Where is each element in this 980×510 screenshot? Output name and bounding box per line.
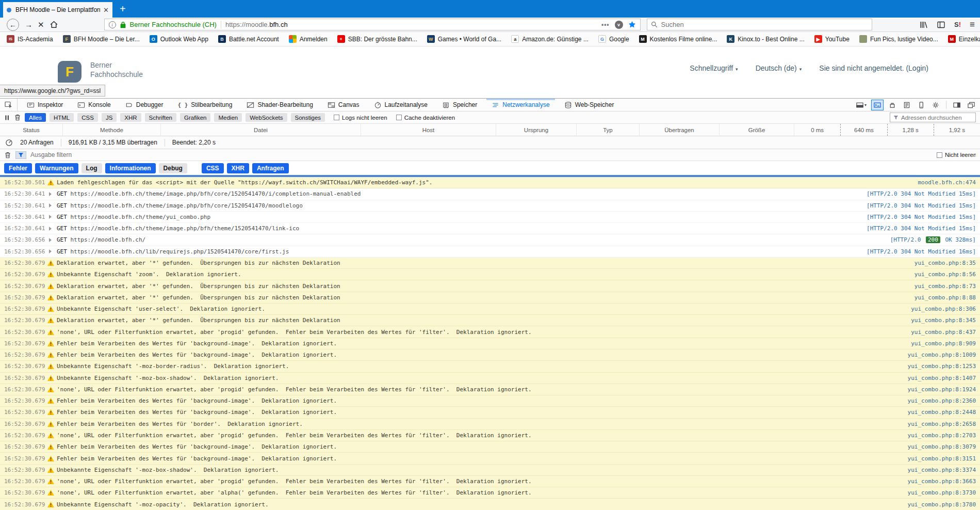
request-type-filter[interactable]: XHR <box>120 113 141 122</box>
devtools-tab-speicher[interactable]: Speicher <box>437 99 482 111</box>
language-menu[interactable]: Deutsch (de)▾ <box>756 64 802 72</box>
menu-icon[interactable]: ≡ <box>970 20 976 30</box>
console-log-row[interactable]: 16:52:30.679 Unbekannte Eigenschaft 'zoo… <box>0 269 980 280</box>
tab-close-icon[interactable]: ✕ <box>103 6 109 14</box>
bookmark-item[interactable]: W Games • World of Ga... <box>424 34 504 44</box>
home-button[interactable] <box>50 20 58 29</box>
request-type-filter[interactable]: Medien <box>214 113 242 122</box>
console-log-row[interactable]: 16:52:30.679 'none', URL oder Filterfunk… <box>0 476 980 487</box>
back-button[interactable]: ← <box>7 19 19 31</box>
new-tab-button[interactable]: + <box>120 2 126 15</box>
expand-arrow-icon[interactable] <box>47 238 57 242</box>
column-header[interactable]: Typ <box>577 124 640 136</box>
dock-bottom-button[interactable]: ▾ <box>854 100 868 110</box>
login-status[interactable]: Sie sind nicht angemeldet. (Login) <box>819 64 928 72</box>
request-type-filter[interactable]: HTML <box>50 113 74 122</box>
log-source-link[interactable]: yui_combo.php:8:3079 <box>908 443 976 450</box>
sidebar-icon[interactable] <box>937 21 945 29</box>
split-console-button[interactable] <box>871 100 884 110</box>
console-log-row[interactable]: 16:52:30.641 GET https://moodle.bfh.ch/t… <box>0 200 980 212</box>
console-log-row[interactable]: 16:52:30.501 Laden fehlgeschlagen für da… <box>0 177 980 188</box>
bookmark-item[interactable]: Anmelden <box>286 34 330 44</box>
expand-arrow-icon[interactable] <box>47 249 57 253</box>
console-log-row[interactable]: 16:52:30.679 Fehler beim Verarbeiten des… <box>0 407 980 418</box>
request-type-filter[interactable]: Alles <box>25 113 46 122</box>
clear-requests-icon[interactable] <box>14 114 21 121</box>
browser-tab[interactable]: BFH Moodle – Die Lernplattform ✕ <box>3 2 112 18</box>
devtools-tab-web-speicher[interactable]: Web-Speicher <box>559 99 619 111</box>
log-source-link[interactable]: yui_combo.php:8:35 <box>914 260 976 266</box>
console-log-row[interactable]: 16:52:30.679 Deklaration erwartet, aber … <box>0 258 980 269</box>
expand-arrow-icon[interactable] <box>47 203 57 208</box>
bookmark-item[interactable]: G Google <box>596 34 632 44</box>
library-icon[interactable] <box>919 21 928 29</box>
console-log-row[interactable]: 16:52:30.679 Fehler beim Verarbeiten des… <box>0 453 980 464</box>
log-source-link[interactable]: yui_combo.php:8:3151 <box>908 455 976 462</box>
bookmark-item[interactable]: + SBB: Der grösste Bahn... <box>335 34 420 44</box>
log-source-link[interactable]: yui_combo.php:8:3374 <box>908 467 976 473</box>
console-filter-button[interactable]: Anfragen <box>252 163 289 173</box>
log-source-link[interactable]: yui_combo.php:8:88 <box>914 294 976 301</box>
console-log-row[interactable]: 16:52:30.656 GET https://moodle.bfh.ch/l… <box>0 246 980 258</box>
bookmark-item[interactable]: O Outlook Web App <box>147 34 211 44</box>
expand-arrow-icon[interactable] <box>47 192 57 196</box>
bookmark-item[interactable]: ▶ YouTube <box>812 34 852 44</box>
console-log-row[interactable]: 16:52:30.679 Unbekannte Eigenschaft '-mo… <box>0 361 980 372</box>
column-header[interactable]: Übertragen <box>640 124 720 136</box>
column-header[interactable]: Host <box>361 124 496 136</box>
bookmark-item[interactable]: B Battle.net Account <box>216 34 282 44</box>
bookmark-item[interactable]: K Kinox.to - Best Online ... <box>724 34 807 44</box>
forward-button[interactable]: → <box>25 19 32 30</box>
expand-arrow-icon[interactable] <box>47 227 57 231</box>
console-filter-toggle[interactable] <box>15 151 26 159</box>
console-log-row[interactable]: 16:52:30.679 Unbekannte Eigenschaft '-mo… <box>0 373 980 384</box>
console-log-row[interactable]: 16:52:30.679 Unbekannte Eigenschaft '-mo… <box>0 465 980 476</box>
disable-cache-checkbox[interactable]: Cache deaktivieren <box>396 115 455 121</box>
settings-gear-icon[interactable] <box>930 100 941 110</box>
console-filter-button[interactable]: CSS <box>202 163 224 173</box>
devtools-tab-debugger[interactable]: Debugger <box>120 99 169 111</box>
devtools-tab-netzwerkanalyse[interactable]: Netzwerkanalyse <box>486 99 554 111</box>
responsive-mode-button[interactable] <box>916 100 927 110</box>
log-source-link[interactable]: yui_combo.php:8:3780 <box>908 501 976 508</box>
devtools-tab-canvas[interactable]: Canvas <box>322 99 365 111</box>
bookmark-item[interactable]: Fun Pics, lustige Video... <box>857 34 941 44</box>
devtools-tab-konsole[interactable]: Konsole <box>72 99 116 111</box>
request-type-filter[interactable]: JS <box>102 113 117 122</box>
column-header[interactable]: Ursprung <box>496 124 577 136</box>
request-type-filter[interactable]: CSS <box>77 113 98 122</box>
console-log-row[interactable]: 16:52:30.641 GET https://moodle.bfh.ch/t… <box>0 223 980 234</box>
log-source-link[interactable]: yui_combo.php:8:437 <box>911 329 976 336</box>
console-filter-button[interactable]: Warnungen <box>35 163 78 173</box>
console-log-row[interactable]: 16:52:30.679 Deklaration erwartet, aber … <box>0 292 980 304</box>
persist-logs-checkbox[interactable]: Logs nicht leeren <box>334 115 387 121</box>
bookmark-item[interactable]: IS IS-Academia <box>4 34 56 44</box>
console-log-row[interactable]: 16:52:30.679 Deklaration erwartet, aber … <box>0 280 980 292</box>
clear-console-icon[interactable] <box>4 151 11 159</box>
console-log-row[interactable]: 16:52:30.679 Fehler beim Verarbeiten des… <box>0 395 980 407</box>
pocket-icon[interactable]: v <box>615 21 623 29</box>
bookmark-item[interactable]: a Amazon.de: Günstige ... <box>509 34 591 44</box>
column-header[interactable]: Methode <box>63 124 161 136</box>
log-source-link[interactable]: yui_combo.php:8:3663 <box>908 478 976 485</box>
request-type-filter[interactable]: WebSockets <box>246 113 287 122</box>
bookmark-item[interactable]: F BFH Moodle – Die Ler... <box>60 34 142 44</box>
log-source-link[interactable]: yui_combo.php:8:345 <box>911 317 976 324</box>
scratchpad-button[interactable] <box>901 100 912 110</box>
log-source-link[interactable]: moodle.bfh.ch:474 <box>918 179 976 186</box>
log-source-link[interactable]: yui_combo.php:8:56 <box>914 271 976 278</box>
performance-analysis-icon[interactable] <box>5 139 13 147</box>
console-filter-button[interactable]: Informationen <box>105 163 156 173</box>
devtools-tab-shader-bearbeitung[interactable]: Shader-Bearbeitung <box>241 99 318 111</box>
console-log-row[interactable]: 16:52:30.679 Fehler beim Verarbeiten des… <box>0 419 980 430</box>
column-header[interactable]: Datei <box>161 124 361 136</box>
column-header[interactable]: Größe <box>720 124 794 136</box>
console-filter-input[interactable]: Ausgabe filtern <box>30 151 72 158</box>
eyedropper-button[interactable] <box>887 100 898 110</box>
request-type-filter[interactable]: Grafiken <box>180 113 210 122</box>
console-log-row[interactable]: 16:52:30.641 GET https://moodle.bfh.ch/t… <box>0 212 980 223</box>
log-source-link[interactable]: yui_combo.php:8:3730 <box>908 489 976 496</box>
console-log-row[interactable]: 16:52:30.679 'none', URL oder Filterfunk… <box>0 430 980 441</box>
console-log-row[interactable]: 16:52:30.679 Unbekannte Eigenschaft '-mo… <box>0 499 980 510</box>
expand-arrow-icon[interactable] <box>47 215 57 219</box>
